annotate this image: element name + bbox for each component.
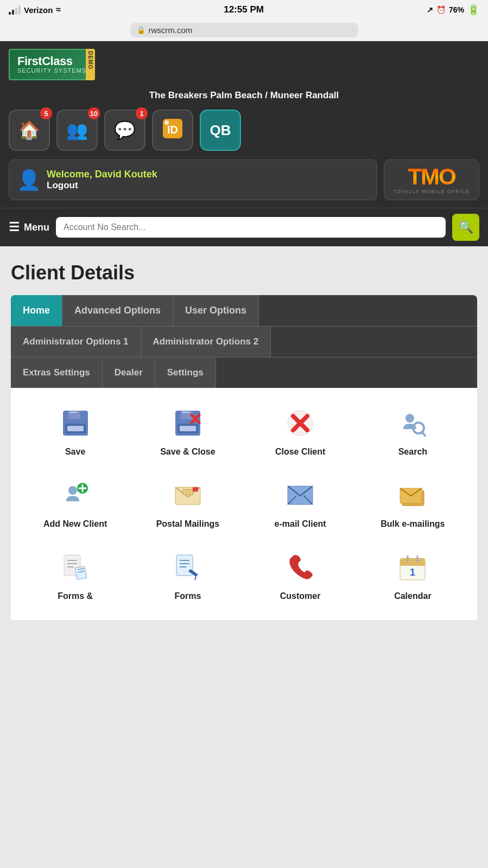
search-icon: 🔍 <box>459 220 473 234</box>
demo-badge: DEMO <box>86 49 95 80</box>
svg-text:ID: ID <box>167 124 178 136</box>
svg-point-21 <box>68 486 77 495</box>
tmo-subtitle: TOTALLY MOBILE OFFICE <box>393 189 470 194</box>
home-icon: 🏠 <box>18 120 40 141</box>
status-right: ↗ ⏰ 76% 🔋 <box>427 4 479 16</box>
tab-extras-settings[interactable]: Extras Settings <box>11 358 103 388</box>
svg-line-44 <box>195 577 196 580</box>
svg-rect-12 <box>180 426 196 431</box>
action-forms[interactable]: Forms <box>134 543 241 610</box>
lock-icon: 🔒 <box>137 26 145 34</box>
tab-admin-options-2[interactable]: Administrator Options 2 <box>141 327 271 357</box>
qb-icon: QB <box>210 122 231 139</box>
chat-icon-btn[interactable]: 💬 1 <box>104 110 145 151</box>
add-client-icon <box>61 481 90 514</box>
url-text: rwscrm.com <box>149 25 193 35</box>
main-content: Client Details Home Advanced Options Use… <box>0 246 488 631</box>
action-save[interactable]: Save <box>22 399 129 465</box>
logo-box[interactable]: FirstClass Security Systems DEMO <box>9 49 95 80</box>
action-save-close[interactable]: Save & Close <box>134 399 241 465</box>
group-icon-btn[interactable]: 👥 10 <box>56 110 98 151</box>
action-email-label: e-mail Client <box>275 519 326 530</box>
home-icon-btn[interactable]: 🏠 5 <box>9 110 50 151</box>
chat-icon: 💬 <box>114 120 136 141</box>
tab-admin-options-1[interactable]: Administrator Options 1 <box>11 327 141 357</box>
home-badge: 5 <box>40 107 52 119</box>
logout-text[interactable]: Logout <box>47 180 157 191</box>
carrier-label: Verizon <box>24 5 53 15</box>
bulk-email-icon <box>398 481 427 514</box>
qb-icon-btn[interactable]: QB <box>200 110 241 151</box>
svg-rect-37 <box>75 566 87 579</box>
calendar-icon: 1 <box>398 553 427 586</box>
hamburger-icon: ☰ <box>9 220 20 234</box>
menu-button[interactable]: ☰ Menu <box>9 220 49 234</box>
welcome-box[interactable]: 👤 Welcome, David Koutek Logout <box>9 159 377 200</box>
action-close-client-label: Close Client <box>275 446 325 458</box>
action-search[interactable]: Search <box>359 399 466 465</box>
tabs-container: Home Advanced Options User Options Admin… <box>11 295 477 620</box>
svg-rect-26 <box>183 489 193 495</box>
account-search-input[interactable] <box>56 217 446 238</box>
action-postal-label: Postal Mailings <box>156 519 219 530</box>
svg-rect-47 <box>400 563 425 566</box>
svg-point-2 <box>164 120 169 125</box>
forms-icon <box>173 553 202 586</box>
tabs-row-2: Administrator Options 1 Administrator Op… <box>11 326 477 357</box>
action-grid: Save Save <box>22 399 466 609</box>
action-email-client[interactable]: e-mail Client <box>247 471 354 538</box>
location-icon: ↗ <box>427 5 433 14</box>
action-forms-pencil[interactable]: Forms & <box>22 543 129 610</box>
search-button[interactable]: 🔍 <box>452 214 479 241</box>
tab-spacer <box>216 358 477 388</box>
menu-bar: ☰ Menu 🔍 <box>0 208 488 246</box>
action-customer-label: Customer <box>280 591 321 602</box>
action-calendar[interactable]: 1 Calendar <box>359 543 466 610</box>
action-bulk-emailings[interactable]: Bulk e-mailings <box>359 471 466 538</box>
callerid-icon-btn[interactable]: ID <box>152 110 193 151</box>
welcome-text-group: Welcome, David Koutek Logout <box>47 169 157 191</box>
action-panel: Save Save <box>11 388 477 620</box>
action-forms-pencil-label: Forms & <box>58 591 93 602</box>
action-add-new-client-label: Add New Client <box>43 519 107 530</box>
logo-content: FirstClass Security Systems <box>17 55 86 74</box>
status-bar: Verizon ≈ 12:55 PM ↗ ⏰ 76% 🔋 <box>0 0 488 20</box>
tmo-title: TMO <box>408 165 455 188</box>
action-save-label: Save <box>65 446 85 458</box>
url-bar: 🔒 rwscrm.com <box>0 20 488 41</box>
action-calendar-label: Calendar <box>394 591 431 602</box>
action-forms-label: Forms <box>174 591 201 602</box>
welcome-tmo-row: 👤 Welcome, David Koutek Logout TMO TOTAL… <box>9 159 479 200</box>
tab-dealer[interactable]: Dealer <box>103 358 155 388</box>
icon-grid: 🏠 5 👥 10 💬 1 ID QB <box>9 110 479 151</box>
svg-text:1: 1 <box>410 567 415 578</box>
svg-rect-5 <box>69 412 77 413</box>
save-close-icon <box>173 409 202 442</box>
tab-settings[interactable]: Settings <box>155 358 216 388</box>
forms-pencil-icon <box>61 553 90 586</box>
chat-badge: 1 <box>136 107 148 119</box>
battery-label: 76% <box>449 5 464 14</box>
wifi-icon: ≈ <box>56 5 61 15</box>
tabs-row-1: Home Advanced Options User Options <box>11 295 477 326</box>
logo-area: FirstClass Security Systems DEMO <box>9 49 479 80</box>
action-add-new-client[interactable]: Add New Client <box>22 471 129 538</box>
svg-rect-10 <box>182 412 189 413</box>
svg-point-18 <box>405 414 414 423</box>
tabs-row-3: Extras Settings Dealer Settings <box>11 357 477 388</box>
tab-home[interactable]: Home <box>11 295 62 326</box>
battery-icon: 🔋 <box>467 4 479 16</box>
action-search-label: Search <box>398 446 427 458</box>
tmo-logo: TMO TOTALLY MOBILE OFFICE <box>393 165 470 194</box>
url-bar-inner[interactable]: 🔒 rwscrm.com <box>130 23 358 37</box>
logo-text-sub: Security Systems <box>17 67 86 74</box>
avatar-icon: 👤 <box>17 169 41 192</box>
action-customer[interactable]: Customer <box>247 543 354 610</box>
signal-bars <box>9 5 21 15</box>
action-close-client[interactable]: Close Client <box>247 399 354 465</box>
page-title: Client Details <box>11 261 477 284</box>
tab-user-options[interactable]: User Options <box>173 295 259 326</box>
close-client-icon <box>286 409 315 442</box>
action-postal-mailings[interactable]: Postal Mailings <box>134 471 241 538</box>
tab-advanced-options[interactable]: Advanced Options <box>62 295 173 326</box>
